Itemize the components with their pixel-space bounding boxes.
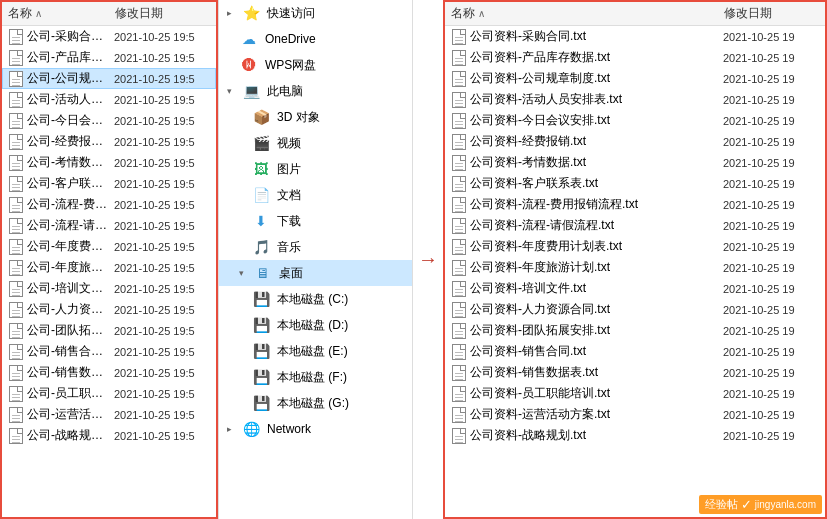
- file-date: 2021-10-25 19:5: [114, 388, 209, 400]
- left-file-item[interactable]: 公司-活动人员安排表.txt2021-10-25 19:5: [2, 89, 216, 110]
- nav-tree-item[interactable]: ▸⭐快速访问: [219, 0, 412, 26]
- left-file-item[interactable]: 公司-公司规章制度.txt2021-10-25 19:5: [2, 68, 216, 89]
- right-file-item[interactable]: 公司资料-客户联系表.txt2021-10-25 19: [445, 173, 825, 194]
- left-file-item[interactable]: 公司-团队拓展安排.txt2021-10-25 19:5: [2, 320, 216, 341]
- nav-tree-item[interactable]: 💾本地磁盘 (D:): [219, 312, 412, 338]
- main-container: 名称 ∧ 修改日期 公司-采购合同.txt2021-10-25 19:5公司-产…: [0, 0, 827, 519]
- nav-tree-item[interactable]: ⬇下载: [219, 208, 412, 234]
- nav-tree-item[interactable]: ▸🌐Network: [219, 416, 412, 442]
- left-file-item[interactable]: 公司-年度费用计划表.txt2021-10-25 19:5: [2, 236, 216, 257]
- nav-tree-item[interactable]: ☁OneDrive: [219, 26, 412, 52]
- nav-tree-item[interactable]: 🎵音乐: [219, 234, 412, 260]
- disk-icon: 💾: [251, 393, 271, 413]
- file-date: 2021-10-25 19:5: [114, 220, 209, 232]
- left-file-item[interactable]: 公司-人力资源合同.txt2021-10-25 19:5: [2, 299, 216, 320]
- left-file-item[interactable]: 公司-产品库存数据.txt2021-10-25 19:5: [2, 47, 216, 68]
- left-file-item[interactable]: 公司-培训文件.txt2021-10-25 19:5: [2, 278, 216, 299]
- right-file-item[interactable]: 公司资料-运营活动方案.txt2021-10-25 19: [445, 404, 825, 425]
- file-date: 2021-10-25 19: [723, 73, 818, 85]
- left-name-header[interactable]: 名称 ∧: [8, 5, 115, 22]
- right-file-list: 公司资料-采购合同.txt2021-10-25 19公司资料-产品库存数据.tx…: [445, 26, 825, 517]
- right-file-item[interactable]: 公司资料-年度旅游计划.txt2021-10-25 19: [445, 257, 825, 278]
- file-name: 公司资料-年度费用计划表.txt: [470, 238, 723, 255]
- nav-tree-item[interactable]: 💾本地磁盘 (E:): [219, 338, 412, 364]
- nav-item-label: 3D 对象: [277, 109, 320, 126]
- left-file-item[interactable]: 公司-经费报销.txt2021-10-25 19:5: [2, 131, 216, 152]
- left-file-item[interactable]: 公司-员工职能培训.txt2021-10-25 19:5: [2, 383, 216, 404]
- file-name: 公司-产品库存数据.txt: [27, 49, 114, 66]
- left-file-item[interactable]: 公司-销售合同.txt2021-10-25 19:5: [2, 341, 216, 362]
- right-file-item[interactable]: 公司资料-活动人员安排表.txt2021-10-25 19: [445, 89, 825, 110]
- music-icon: 🎵: [251, 237, 271, 257]
- nav-tree-item[interactable]: 🖼图片: [219, 156, 412, 182]
- file-name: 公司资料-公司规章制度.txt: [470, 70, 723, 87]
- nav-tree-item[interactable]: 🎬视频: [219, 130, 412, 156]
- right-name-header[interactable]: 名称 ∧: [451, 5, 724, 22]
- nav-tree-item[interactable]: ▾💻此电脑: [219, 78, 412, 104]
- left-file-item[interactable]: 公司-今日会议安排.txt2021-10-25 19:5: [2, 110, 216, 131]
- file-date: 2021-10-25 19: [723, 367, 818, 379]
- file-icon: [9, 218, 27, 234]
- nav-tree-item[interactable]: 🅦WPS网盘: [219, 52, 412, 78]
- right-file-item[interactable]: 公司资料-流程-请假流程.txt2021-10-25 19: [445, 215, 825, 236]
- right-file-item[interactable]: 公司资料-产品库存数据.txt2021-10-25 19: [445, 47, 825, 68]
- file-icon: [452, 134, 470, 150]
- right-file-item[interactable]: 公司资料-今日会议安排.txt2021-10-25 19: [445, 110, 825, 131]
- right-file-item[interactable]: 公司资料-战略规划.txt2021-10-25 19: [445, 425, 825, 446]
- file-icon: [452, 92, 470, 108]
- nav-tree-item[interactable]: 📄文档: [219, 182, 412, 208]
- right-file-item[interactable]: 公司资料-销售数据表.txt2021-10-25 19: [445, 362, 825, 383]
- file-icon: [9, 365, 27, 381]
- file-icon: [452, 344, 470, 360]
- file-icon: [9, 407, 27, 423]
- left-file-item[interactable]: 公司-流程-请假流程.txt2021-10-25 19:5: [2, 215, 216, 236]
- file-date: 2021-10-25 19:5: [114, 73, 209, 85]
- nav-tree-item[interactable]: 📦3D 对象: [219, 104, 412, 130]
- right-file-item[interactable]: 公司资料-销售合同.txt2021-10-25 19: [445, 341, 825, 362]
- right-file-item[interactable]: 公司资料-人力资源合同.txt2021-10-25 19: [445, 299, 825, 320]
- file-date: 2021-10-25 19: [723, 430, 818, 442]
- right-file-item[interactable]: 公司资料-年度费用计划表.txt2021-10-25 19: [445, 236, 825, 257]
- file-icon: [9, 323, 27, 339]
- file-icon: [452, 281, 470, 297]
- file-icon: [9, 302, 27, 318]
- wps-icon: 🅦: [239, 55, 259, 75]
- left-file-item[interactable]: 公司-考情数据.txt2021-10-25 19:5: [2, 152, 216, 173]
- nav-tree-item[interactable]: 💾本地磁盘 (G:): [219, 390, 412, 416]
- computer-icon: 💻: [241, 81, 261, 101]
- right-file-panel: 名称 ∧ 修改日期 公司资料-采购合同.txt2021-10-25 19公司资料…: [443, 0, 827, 519]
- file-name: 公司资料-运营活动方案.txt: [470, 406, 723, 423]
- right-file-item[interactable]: 公司资料-采购合同.txt2021-10-25 19: [445, 26, 825, 47]
- left-file-item[interactable]: 公司-销售数据表.txt2021-10-25 19:5: [2, 362, 216, 383]
- file-name: 公司-今日会议安排.txt: [27, 112, 114, 129]
- nav-tree-item[interactable]: 💾本地磁盘 (F:): [219, 364, 412, 390]
- file-name: 公司资料-战略规划.txt: [470, 427, 723, 444]
- left-file-item[interactable]: 公司-战略规划.txt2021-10-25 19:5: [2, 425, 216, 446]
- nav-tree-item[interactable]: ▾🖥桌面: [219, 260, 412, 286]
- left-date-header[interactable]: 修改日期: [115, 5, 210, 22]
- nav-tree-item[interactable]: 💾本地磁盘 (C:): [219, 286, 412, 312]
- file-date: 2021-10-25 19:5: [114, 94, 209, 106]
- file-icon: [9, 71, 27, 87]
- nav-item-label: 本地磁盘 (E:): [277, 343, 348, 360]
- left-file-item[interactable]: 公司-客户联系表.txt2021-10-25 19:5: [2, 173, 216, 194]
- document-icon: 📄: [251, 185, 271, 205]
- left-file-item[interactable]: 公司-流程-费用报销流程.txt2021-10-25 19:5: [2, 194, 216, 215]
- left-file-item[interactable]: 公司-年度旅游计划.txt2021-10-25 19:5: [2, 257, 216, 278]
- right-file-item[interactable]: 公司资料-公司规章制度.txt2021-10-25 19: [445, 68, 825, 89]
- right-file-item[interactable]: 公司资料-培训文件.txt2021-10-25 19: [445, 278, 825, 299]
- right-file-item[interactable]: 公司资料-团队拓展安排.txt2021-10-25 19: [445, 320, 825, 341]
- file-date: 2021-10-25 19: [723, 52, 818, 64]
- file-name: 公司-团队拓展安排.txt: [27, 322, 114, 339]
- file-icon: [452, 218, 470, 234]
- left-file-item[interactable]: 公司-采购合同.txt2021-10-25 19:5: [2, 26, 216, 47]
- file-icon: [9, 134, 27, 150]
- nav-item-label: 文档: [277, 187, 301, 204]
- file-date: 2021-10-25 19:5: [114, 304, 209, 316]
- right-file-item[interactable]: 公司资料-员工职能培训.txt2021-10-25 19: [445, 383, 825, 404]
- right-file-item[interactable]: 公司资料-考情数据.txt2021-10-25 19: [445, 152, 825, 173]
- left-file-item[interactable]: 公司-运营活动方案.txt2021-10-25 19:5: [2, 404, 216, 425]
- right-date-header[interactable]: 修改日期: [724, 5, 819, 22]
- right-file-item[interactable]: 公司资料-经费报销.txt2021-10-25 19: [445, 131, 825, 152]
- right-file-item[interactable]: 公司资料-流程-费用报销流程.txt2021-10-25 19: [445, 194, 825, 215]
